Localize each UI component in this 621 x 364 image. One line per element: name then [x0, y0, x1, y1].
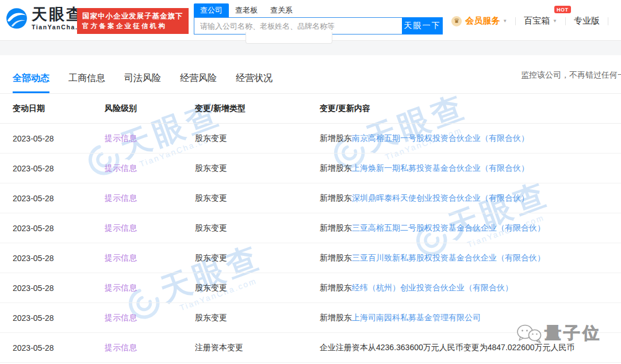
column-header-change-content: 变更/更新内容: [320, 104, 608, 114]
tab-operation-status[interactable]: 经营状况: [236, 72, 273, 93]
change-content: 新增股东三亚百川致新私募股权投资基金合伙企业（有限合伙）: [320, 253, 608, 263]
change-content-text: 新增股东: [320, 313, 352, 322]
risk-level-badge: 提示信息: [105, 313, 195, 323]
change-content-text: 新增股东: [320, 283, 352, 292]
change-date: 2023-05-28: [13, 254, 105, 263]
change-content: 企业注册资本从4236.363600万元人民币变更为4847.022600万元人…: [320, 343, 608, 353]
company-link[interactable]: 深圳鼎晖泰科天使创业投资合伙企业（有限合伙）: [352, 193, 529, 202]
change-content: 新增股东上海司南园科私募基金管理有限公司: [320, 313, 608, 323]
tab-all-dynamics[interactable]: 全部动态: [13, 72, 49, 93]
table-row: 2023-05-28提示信息股东变更新增股东上海焕新一期私募投资基金合伙企业（有…: [0, 154, 621, 183]
hot-badge: HOT: [554, 6, 572, 13]
table-header: 变动日期 风险级别 变更/新增类型 变更/更新内容: [0, 94, 621, 124]
page: 天眼查 TianYanCha.com 国家中小企业发展子基金旗下 官方备案企业征…: [0, 0, 621, 364]
company-link[interactable]: 经纬（杭州）创业投资合伙企业（有限合伙）: [352, 283, 513, 292]
risk-level-badge: 提示信息: [105, 163, 195, 174]
search-tab-relation[interactable]: 查关系: [264, 3, 299, 17]
vip-service-label: 会员服务: [465, 16, 500, 26]
column-header-change-type: 变更/新增类型: [195, 104, 320, 114]
company-link[interactable]: 三亚高榕五期二号股权投资基金合伙企业（有限合伙）: [352, 223, 545, 232]
change-type: 股东变更: [195, 313, 320, 323]
badge-line1: 国家中小企业发展子基金旗下: [82, 11, 183, 21]
company-dynamics-panel: 天眼查TianYanCha.com天眼查TianYanCha.com天眼查Tia…: [0, 55, 621, 364]
table-body: 2023-05-28提示信息股东变更新增股东南京高榕五期一号股权投资合伙企业（有…: [0, 124, 621, 363]
monitor-company-link[interactable]: 监控该公司，不再错过任何一: [521, 70, 621, 81]
tab-operation-risk[interactable]: 经营风险: [180, 72, 217, 93]
risk-level-badge: 提示信息: [105, 223, 195, 233]
risk-level-badge: 提示信息: [105, 253, 195, 263]
change-date: 2023-05-28: [13, 164, 105, 173]
pro-version-label: 专业版: [574, 16, 600, 26]
chevron-down-icon: ▼: [503, 18, 507, 24]
search-tab-company[interactable]: 查公司: [194, 3, 229, 17]
change-type: 股东变更: [195, 133, 320, 144]
panel-content: 全部动态 工商信息 司法风险 经营风险 经营状况 监控该公司，不再错过任何一 变…: [0, 55, 621, 363]
change-content-text: 新增股东: [320, 223, 352, 232]
toolbox-menu[interactable]: HOT 百宝箱 ▼: [524, 16, 557, 26]
header-nav: ♛ 会员服务 ▼ HOT 百宝箱 ▼ 专业版: [451, 16, 616, 26]
company-link[interactable]: 南京高榕五期一号股权投资合伙企业（有限合伙）: [352, 133, 529, 143]
change-type: 股东变更: [195, 283, 320, 293]
table-row: 2023-05-28提示信息股东变更新增股东深圳鼎晖泰科天使创业投资合伙企业（有…: [0, 183, 621, 213]
badge-line2: 官方备案企业征信机构: [82, 21, 183, 31]
table-row: 2023-05-28提示信息股东变更新增股东南京高榕五期一号股权投资合伙企业（有…: [0, 124, 621, 154]
search-button[interactable]: 天眼一下: [402, 17, 443, 35]
tab-judicial-risk[interactable]: 司法风险: [124, 72, 161, 93]
toolbox-label: 百宝箱: [524, 16, 550, 26]
change-date: 2023-05-28: [13, 224, 105, 233]
company-link[interactable]: 上海司南园科私募基金管理有限公司: [352, 313, 481, 322]
divider: [608, 17, 608, 25]
risk-level-badge: 提示信息: [105, 283, 195, 293]
crown-icon: ♛: [451, 16, 462, 26]
table-row: 2023-05-28提示信息股东变更新增股东三亚百川致新私募股权投资基金合伙企业…: [0, 243, 621, 273]
vip-service-menu[interactable]: ♛ 会员服务 ▼: [451, 16, 507, 26]
change-type: 股东变更: [195, 163, 320, 174]
pro-version-link[interactable]: 专业版: [574, 16, 600, 26]
change-content: 新增股东上海焕新一期私募投资基金合伙企业（有限合伙）: [320, 163, 608, 174]
change-content-text: 新增股东: [320, 193, 352, 202]
column-header-date: 变动日期: [13, 104, 105, 114]
official-certification-badge: 国家中小企业发展子基金旗下 官方备案企业征信机构: [77, 8, 189, 34]
search-tab-boss[interactable]: 查老板: [229, 3, 264, 17]
column-header-risk-level: 风险级别: [105, 104, 195, 114]
table-row: 2023-05-28提示信息股东变更新增股东上海司南园科私募基金管理有限公司: [0, 303, 621, 333]
change-date: 2023-05-28: [13, 283, 105, 293]
change-content-text: 新增股东: [320, 163, 352, 173]
change-type: 股东变更: [195, 253, 320, 263]
change-date: 2023-05-28: [13, 313, 105, 323]
change-type: 注册资本变更: [195, 343, 320, 353]
search-bar: 查公司 查老板 查关系 天眼一下: [194, 3, 443, 35]
chevron-down-icon: ▼: [553, 18, 557, 24]
table-row: 2023-05-28提示信息股东变更新增股东三亚高榕五期二号股权投资基金合伙企业…: [0, 213, 621, 243]
divider: [515, 17, 516, 25]
change-type: 股东变更: [195, 223, 320, 233]
risk-level-badge: 提示信息: [105, 193, 195, 204]
change-date: 2023-05-28: [13, 194, 105, 203]
change-content-text: 新增股东: [320, 253, 352, 262]
change-date: 2023-05-28: [13, 343, 105, 352]
risk-level-badge: 提示信息: [105, 343, 195, 353]
change-content: 新增股东三亚高榕五期二号股权投资基金合伙企业（有限合伙）: [320, 223, 608, 233]
tab-business-info[interactable]: 工商信息: [68, 72, 105, 93]
change-content-text: 新增股东: [320, 133, 352, 143]
change-type: 股东变更: [195, 193, 320, 204]
change-content-text: 企业注册资本从4236.363600万元人民币变更为4847.022600万元人…: [320, 343, 575, 352]
change-content: 新增股东南京高榕五期一号股权投资合伙企业（有限合伙）: [320, 133, 608, 144]
search-tabs: 查公司 查老板 查关系: [194, 3, 443, 17]
table-row: 2023-05-28提示信息股东变更新增股东经纬（杭州）创业投资合伙企业（有限合…: [0, 273, 621, 303]
section-tabs: 全部动态 工商信息 司法风险 经营风险 经营状况 监控该公司，不再错过任何一: [0, 55, 621, 94]
company-link[interactable]: 三亚百川致新私募股权投资基金合伙企业（有限合伙）: [352, 253, 545, 262]
divider: [565, 17, 566, 25]
change-content: 新增股东经纬（杭州）创业投资合伙企业（有限合伙）: [320, 283, 608, 293]
tianyancha-swirl-icon: [6, 7, 28, 29]
table-row: 2023-05-28提示信息注册资本变更企业注册资本从4236.363600万元…: [0, 333, 621, 363]
dropdown-remnant: [246, 32, 332, 44]
risk-level-badge: 提示信息: [105, 133, 195, 144]
company-link[interactable]: 上海焕新一期私募投资基金合伙企业（有限合伙）: [352, 163, 529, 173]
change-content: 新增股东深圳鼎晖泰科天使创业投资合伙企业（有限合伙）: [320, 193, 608, 204]
change-date: 2023-05-28: [13, 134, 105, 143]
